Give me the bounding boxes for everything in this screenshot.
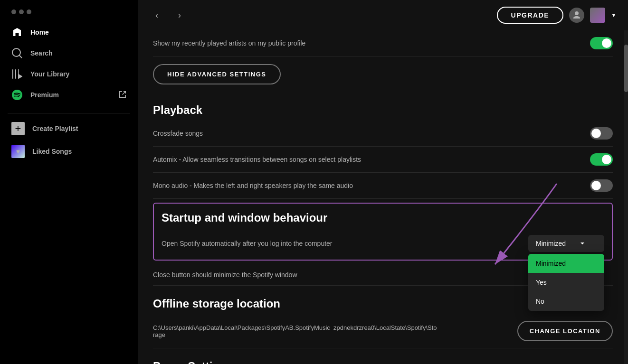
crossfade-row: Crossfade songs bbox=[153, 121, 613, 147]
mono-knob bbox=[591, 181, 601, 190]
color-swatch bbox=[590, 8, 605, 23]
create-playlist-label: Create Playlist bbox=[32, 125, 78, 132]
startup-section: Startup and window behaviour Open Spotif… bbox=[153, 203, 613, 261]
close-button-label: Close button should minimize the Spotify… bbox=[153, 271, 297, 279]
topbar: ‹ › UPGRADE ▼ bbox=[138, 0, 628, 30]
main-content: ‹ › UPGRADE ▼ Show my recently played ar… bbox=[138, 0, 628, 364]
sidebar-item-liked-songs[interactable]: ♥ Liked Songs bbox=[0, 140, 138, 163]
open-auto-dropdown[interactable]: Minimized bbox=[528, 235, 604, 252]
offline-storage-row: C:\Users\panki\AppData\Local\Packages\Sp… bbox=[153, 314, 613, 348]
dropdown-menu: Minimized Yes No bbox=[528, 254, 604, 311]
recently-played-toggle-knob bbox=[602, 38, 611, 48]
sidebar-item-premium[interactable]: Premium bbox=[0, 84, 138, 105]
dot-3 bbox=[27, 9, 31, 14]
dropdown-option-yes[interactable]: Yes bbox=[528, 273, 604, 292]
liked-songs-icon: ♥ bbox=[11, 145, 25, 158]
proxy-settings-title: Proxy Settings bbox=[153, 360, 613, 364]
dot-2 bbox=[19, 9, 24, 14]
sidebar-item-premium-label: Premium bbox=[30, 91, 59, 99]
recently-played-label: Show my recently played artists on my pu… bbox=[153, 39, 305, 47]
search-icon bbox=[11, 47, 23, 59]
storage-path: C:\Users\panki\AppData\Local\Packages\Sp… bbox=[153, 324, 438, 338]
open-auto-row: Open Spotify automatically after you log… bbox=[162, 228, 604, 252]
create-playlist-icon: + bbox=[11, 122, 25, 135]
open-auto-label: Open Spotify automatically after you log… bbox=[162, 240, 333, 247]
recently-played-toggle[interactable] bbox=[590, 37, 613, 49]
mono-toggle[interactable] bbox=[590, 179, 613, 192]
external-link-icon bbox=[119, 91, 126, 100]
library-icon bbox=[11, 68, 23, 80]
automix-row: Automix - Allow seamless transitions bet… bbox=[153, 147, 613, 173]
dropdown-option-no[interactable]: No bbox=[528, 292, 604, 311]
scrollbar-track[interactable] bbox=[624, 30, 628, 364]
dropdown-chevron-icon bbox=[580, 241, 585, 246]
sidebar-item-library[interactable]: Your Library bbox=[0, 64, 138, 84]
spotify-icon bbox=[11, 89, 23, 101]
sidebar-item-search[interactable]: Search bbox=[0, 43, 138, 64]
crossfade-knob bbox=[591, 129, 601, 138]
sidebar-item-search-label: Search bbox=[30, 49, 53, 57]
sidebar-nav: Home Search Your Library bbox=[0, 18, 138, 109]
crossfade-toggle[interactable] bbox=[590, 127, 613, 140]
profile-dropdown-arrow[interactable]: ▼ bbox=[611, 12, 617, 19]
mono-row: Mono audio - Makes the left and right sp… bbox=[153, 173, 613, 199]
startup-title: Startup and window behaviour bbox=[162, 211, 604, 224]
open-auto-dropdown-container: Minimized Minimized Yes No bbox=[528, 235, 604, 252]
topbar-left: ‹ › bbox=[149, 8, 187, 23]
playback-title: Playback bbox=[153, 103, 613, 117]
automix-knob bbox=[602, 155, 611, 164]
back-button[interactable]: ‹ bbox=[149, 8, 164, 23]
dot-1 bbox=[11, 9, 16, 14]
upgrade-button[interactable]: UPGRADE bbox=[497, 7, 564, 24]
home-icon bbox=[11, 27, 23, 38]
sidebar-item-create-playlist[interactable]: + Create Playlist bbox=[0, 117, 138, 140]
automix-toggle[interactable] bbox=[590, 153, 613, 166]
sidebar-divider bbox=[8, 113, 130, 113]
topbar-right: UPGRADE ▼ bbox=[497, 7, 617, 24]
window-dots bbox=[0, 4, 138, 18]
mono-label: Mono audio - Makes the left and right sp… bbox=[153, 182, 353, 189]
sidebar-item-home-label: Home bbox=[30, 28, 49, 36]
change-location-button[interactable]: CHANGE LOCATION bbox=[517, 321, 613, 341]
sidebar-item-library-label: Your Library bbox=[30, 70, 69, 78]
scrollbar-thumb[interactable] bbox=[624, 45, 628, 92]
settings-content: Show my recently played artists on my pu… bbox=[138, 30, 628, 364]
liked-songs-label: Liked Songs bbox=[32, 148, 72, 155]
hide-advanced-button[interactable]: HIDE ADVANCED SETTINGS bbox=[153, 64, 281, 84]
forward-button[interactable]: › bbox=[172, 8, 187, 23]
avatar bbox=[569, 8, 584, 23]
sidebar: Home Search Your Library bbox=[0, 0, 138, 364]
automix-label: Automix - Allow seamless transitions bet… bbox=[153, 156, 361, 163]
crossfade-label: Crossfade songs bbox=[153, 130, 203, 137]
recently-played-row: Show my recently played artists on my pu… bbox=[153, 30, 613, 56]
sidebar-item-home[interactable]: Home bbox=[0, 22, 138, 43]
dropdown-current-value: Minimized bbox=[536, 240, 566, 247]
dropdown-option-minimized[interactable]: Minimized bbox=[528, 254, 604, 273]
